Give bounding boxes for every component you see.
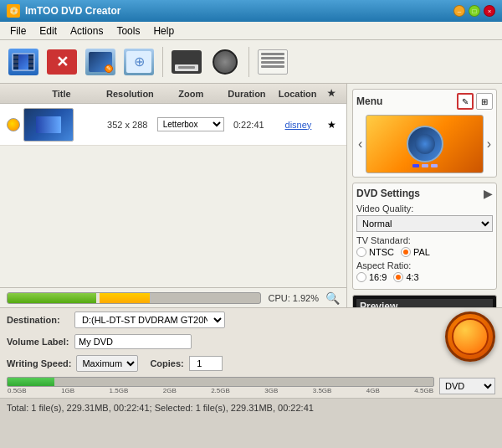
pal-label: PAL	[413, 247, 430, 257]
row-location[interactable]: disney	[274, 120, 323, 130]
progress-seg-green	[8, 293, 96, 303]
ntsc-label: NTSC	[369, 247, 394, 257]
ntsc-radio[interactable]	[356, 247, 366, 257]
row-title-cell	[23, 108, 98, 142]
app-icon: 📀	[7, 4, 20, 18]
menu-actions[interactable]: Actions	[64, 23, 110, 39]
toolbar: ✕ ✎ ⊕	[0, 40, 502, 84]
col-header-star: ★	[323, 88, 340, 99]
writing-speed-select[interactable]: Maximum 8x 4x	[76, 355, 138, 372]
menu-preview-thumb	[407, 126, 443, 162]
row-checkbox[interactable]	[7, 118, 23, 131]
video-quality-row: Video Quality: Normal High Low	[356, 203, 493, 232]
col-header-duration: Duration	[222, 89, 273, 99]
pal-radio[interactable]	[401, 247, 411, 257]
ratio-43-label: 4:3	[406, 272, 418, 282]
subtitle-button[interactable]	[170, 45, 203, 79]
tv-standard-group: NTSC PAL	[356, 247, 493, 257]
row-thumbnail	[23, 108, 74, 142]
burn-button[interactable]	[445, 312, 495, 362]
menu-section: Menu ✎ ⊞ ‹ ›	[352, 89, 497, 178]
col-header-zoom: Zoom	[161, 89, 222, 99]
add-video-button[interactable]	[7, 45, 40, 79]
volume-input[interactable]	[74, 334, 192, 349]
ratio-43-radio[interactable]	[393, 272, 403, 282]
right-panel: Menu ✎ ⊞ ‹ ›	[347, 84, 502, 307]
ratio-43-item[interactable]: 4:3	[393, 272, 418, 282]
progress-bar	[7, 292, 261, 304]
window-controls: – □ ×	[453, 5, 495, 17]
table-row[interactable]: 352 x 288 Letterbox Pan & Scan Full Scre…	[0, 104, 346, 146]
volume-label: Volume Label:	[7, 337, 69, 347]
remove-button[interactable]: ✕	[45, 45, 79, 79]
video-quality-select[interactable]: Normal High Low	[356, 215, 493, 232]
menu-bar: File Edit Actions Tools Help	[0, 22, 502, 40]
storage-label-6: 3.5GB	[313, 387, 332, 394]
aspect-ratio-row: Aspect Ratio: 16:9 4:3	[356, 260, 493, 282]
status-text: Total: 1 file(s), 229.31MB, 00:22:41; Se…	[7, 403, 314, 413]
edit-video-button[interactable]: ✎	[84, 45, 117, 79]
controls-with-burn: Destination: D:(HL-DT-ST DVDRAM GT20N) V…	[7, 312, 495, 372]
storage-section: 0.5GB 1GB 1.5GB 2GB 2.5GB 3GB 3.5GB 4GB …	[0, 375, 502, 398]
burn-button-inner	[452, 318, 489, 355]
storage-label-5: 3GB	[264, 387, 278, 394]
storage-label-0: 0.5GB	[8, 387, 27, 394]
audio-button[interactable]	[208, 45, 242, 79]
storage-tick-labels: 0.5GB 1GB 1.5GB 2GB 2.5GB 3GB 3.5GB 4GB …	[7, 387, 434, 394]
controls-row3: Writing Speed: Maximum 8x 4x Copies:	[7, 355, 440, 372]
destination-select[interactable]: D:(HL-DT-ST DVDRAM GT20N)	[74, 312, 225, 328]
close-button[interactable]: ×	[484, 5, 495, 17]
menu-dot-3	[431, 164, 438, 167]
menu-action-buttons: ✎ ⊞	[457, 93, 493, 110]
storage-label-3: 2GB	[163, 387, 177, 394]
dvd-settings-arrow[interactable]: ▶	[484, 187, 493, 200]
maximize-button[interactable]: □	[469, 5, 480, 17]
add-chapter-button[interactable]: ⊕	[122, 45, 156, 79]
minimize-button[interactable]: –	[453, 5, 465, 17]
pal-radio-item[interactable]: PAL	[401, 247, 430, 257]
cpu-icon[interactable]: 🔍	[325, 291, 340, 305]
ratio-169-item[interactable]: 16:9	[356, 272, 387, 282]
storage-label-4: 2.5GB	[211, 387, 230, 394]
dvd-settings: DVD Settings ▶ Video Quality: Normal Hig…	[352, 183, 497, 290]
row-resolution: 352 x 288	[98, 120, 157, 130]
destination-label: Destination:	[7, 315, 69, 325]
row-zoom[interactable]: Letterbox Pan & Scan Full Screen	[157, 117, 224, 131]
bottom-controls: Destination: D:(HL-DT-ST DVDRAM GT20N) V…	[0, 307, 502, 375]
controls-row2: Volume Label:	[7, 334, 440, 349]
main-area: Title Resolution Zoom Duration Location …	[0, 84, 502, 307]
menu-pagination-dots	[412, 164, 438, 167]
ratio-169-radio[interactable]	[356, 272, 366, 282]
window-title: ImTOO DVD Creator	[25, 5, 120, 17]
controls-left: Destination: D:(HL-DT-ST DVDRAM GT20N) V…	[7, 312, 440, 372]
storage-label-7: 4GB	[366, 387, 380, 394]
menu-dot-2	[422, 164, 428, 167]
menu-title: Menu	[356, 95, 382, 107]
zoom-select[interactable]: Letterbox Pan & Scan Full Screen	[157, 117, 224, 131]
storage-label-2: 1.5GB	[110, 387, 129, 394]
status-bar: Total: 1 file(s), 229.31MB, 00:22:41; Se…	[0, 398, 502, 416]
menu-help[interactable]: Help	[146, 23, 181, 39]
tv-standard-row: TV Standard: NTSC PAL	[356, 235, 493, 257]
menu-prev-arrow[interactable]: ‹	[356, 136, 364, 152]
copies-input[interactable]	[189, 356, 223, 371]
menu-tools[interactable]: Tools	[110, 23, 146, 39]
storage-label-1: 1GB	[61, 387, 74, 394]
menu-preview-container: ‹ ›	[356, 115, 493, 173]
file-table-body: 352 x 288 Letterbox Pan & Scan Full Scre…	[0, 104, 346, 287]
menu-file[interactable]: File	[3, 23, 33, 39]
menu-next-arrow[interactable]: ›	[485, 136, 493, 152]
toolbar-separator	[162, 47, 163, 77]
row-duration: 0:22:41	[224, 120, 274, 130]
ratio-169-label: 16:9	[369, 272, 387, 282]
dvd-format-select[interactable]: DVD DVD-DL	[439, 378, 495, 394]
title-bar-left: 📀 ImTOO DVD Creator	[7, 4, 120, 18]
ntsc-radio-item[interactable]: NTSC	[356, 247, 394, 257]
menu-edit-button[interactable]: ✎	[457, 93, 474, 110]
preview-section: Preview 00:06:59 / 00:22:41 ▶ ■ 🔊	[352, 295, 497, 307]
menu-list-button[interactable]	[256, 45, 289, 79]
table-header: Title Resolution Zoom Duration Location …	[0, 84, 346, 104]
menu-grid-button[interactable]: ⊞	[476, 93, 493, 110]
menu-edit[interactable]: Edit	[33, 23, 64, 39]
storage-bar	[7, 377, 434, 387]
